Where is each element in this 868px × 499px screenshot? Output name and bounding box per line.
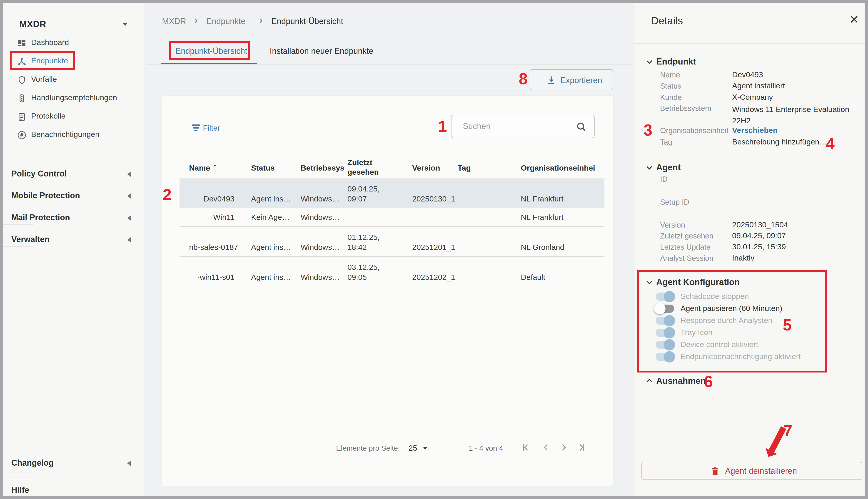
toggle-label: Endpunktbenachrichtigung aktiviert bbox=[680, 352, 801, 361]
sort-ascending-icon[interactable]: ↑ bbox=[213, 162, 217, 171]
divider bbox=[3, 32, 33, 32]
field-value-analyst-session: Inaktiv bbox=[732, 254, 755, 262]
previous-page-icon[interactable] bbox=[541, 442, 551, 452]
sidebar-item-changelog[interactable]: Changelog bbox=[3, 455, 139, 471]
bell-icon bbox=[17, 130, 27, 140]
chevron-right-icon: › bbox=[194, 14, 198, 26]
chevron-down-icon[interactable] bbox=[646, 60, 653, 64]
sidebar-section-mobile-protection[interactable]: Mobile Protection bbox=[3, 187, 139, 204]
sidebar-section-label: Verwalten bbox=[11, 235, 49, 244]
field-value-letztes-update: 30.01.25, 15:39 bbox=[732, 242, 786, 251]
sidebar-section-policy-control[interactable]: Policy Control bbox=[3, 166, 139, 182]
clipboard-icon bbox=[17, 112, 27, 122]
chevron-up-icon[interactable] bbox=[646, 378, 653, 383]
cell-org: NL Frankfurt bbox=[521, 194, 564, 204]
breadcrumb-mxdr[interactable]: MXDR bbox=[162, 16, 186, 26]
sidebar-item-handlungsempfehlungen[interactable]: Handlungsempfehlungen bbox=[3, 89, 139, 107]
field-value-version: 20250130_1504 bbox=[732, 220, 788, 229]
cell-org: NL Grönland bbox=[521, 242, 564, 252]
toggle-tray-icon[interactable] bbox=[655, 329, 674, 337]
column-header-zuletzt-gesehen[interactable]: Zuletzt gesehen bbox=[347, 158, 382, 177]
toggle-schadcode-stoppen[interactable] bbox=[655, 293, 674, 301]
sidebar-section-mail-protection[interactable]: Mail Protection bbox=[3, 210, 139, 226]
dashboard-icon bbox=[17, 38, 27, 48]
chevron-down-icon[interactable] bbox=[123, 23, 128, 26]
table-row-dev0493[interactable]: Dev0493 Agent ins… Windows… 09.04.25, 09… bbox=[180, 179, 604, 208]
toggle-device-control[interactable] bbox=[655, 341, 674, 349]
uninstall-agent-button[interactable]: Agent deinstallieren bbox=[641, 462, 862, 480]
toggle-label: Schadcode stoppen bbox=[680, 292, 749, 301]
add-description-link[interactable]: Beschreibung hinzufügen… bbox=[732, 137, 827, 146]
annotation-arrow-icon bbox=[758, 424, 793, 461]
field-label: ID bbox=[660, 175, 667, 183]
breadcrumb-endpunkte[interactable]: Endpunkte bbox=[206, 16, 245, 26]
annotation-2: 2 bbox=[163, 187, 171, 203]
close-icon[interactable] bbox=[849, 14, 859, 25]
column-header-status[interactable]: Status bbox=[251, 163, 275, 173]
sidebar-item-label: Hilfe bbox=[11, 485, 29, 495]
cell-os: Windows… bbox=[301, 194, 340, 204]
tab-endpunkt-uebersicht[interactable]: Endpunkt-Übersicht bbox=[176, 46, 247, 56]
column-header-tag[interactable]: Tag bbox=[458, 163, 471, 173]
section-header-ausnahmen[interactable]: Ausnahmen bbox=[656, 376, 706, 386]
verschieben-link[interactable]: Verschieben bbox=[732, 126, 777, 135]
field-label: Letztes Update bbox=[660, 243, 711, 252]
field-value-name: Dev0493 bbox=[732, 70, 763, 79]
sidebar-item-dashboard[interactable]: Dashboard bbox=[3, 34, 139, 52]
toggle-agent-pausieren[interactable] bbox=[655, 305, 674, 313]
cell-status: Agent ins… bbox=[251, 272, 291, 282]
search-input[interactable] bbox=[462, 117, 570, 136]
sidebar-item-benachrichtigungen[interactable]: Benachrichtigungen bbox=[3, 126, 139, 144]
chevron-left-icon bbox=[127, 216, 131, 221]
sidebar-item-vorfaelle[interactable]: Vorfälle bbox=[3, 71, 139, 89]
dropdown-arrow-icon[interactable] bbox=[423, 447, 427, 450]
cell-version: 20251201_1 bbox=[412, 242, 455, 252]
next-page-icon[interactable] bbox=[558, 442, 568, 452]
mxdr-console-screenshot: MXDR Dashboard Endpunkte Vorfälle Handlu… bbox=[0, 0, 868, 499]
cell-last-seen-time: 18:42 bbox=[347, 242, 367, 252]
search-icon[interactable] bbox=[576, 122, 587, 132]
toggle-response-durch-analysten[interactable] bbox=[655, 317, 674, 325]
cell-last-seen-date: 01.12.25, bbox=[347, 232, 380, 242]
endpoints-network-icon bbox=[17, 57, 27, 66]
column-header-name[interactable]: Name bbox=[189, 163, 210, 173]
column-header-version[interactable]: Version bbox=[412, 163, 440, 173]
sidebar-item-endpunkte[interactable]: Endpunkte bbox=[3, 52, 139, 71]
cell-version: 20250130_1 bbox=[412, 194, 455, 204]
breadcrumb-current: Endpunkt-Übersicht bbox=[271, 16, 343, 26]
sidebar-item-label: Vorfälle bbox=[31, 75, 57, 84]
tab-installation-neuer-endpunkte[interactable]: Installation neuer Endpunkte bbox=[270, 46, 373, 56]
table-row-win11-s01[interactable]: ·win11-s01 Agent ins… Windows… 03.12.25,… bbox=[180, 257, 604, 286]
field-label: Analyst Session bbox=[660, 254, 713, 263]
cell-os: Windows… bbox=[301, 272, 340, 282]
section-header-agent[interactable]: Agent bbox=[656, 163, 681, 172]
section-header-endpunkt[interactable]: Endpunkt bbox=[656, 57, 696, 66]
filter-button[interactable]: Filter bbox=[192, 123, 238, 134]
sidebar-section-verwalten[interactable]: Verwalten bbox=[3, 231, 139, 247]
last-page-icon[interactable] bbox=[576, 442, 586, 452]
divider bbox=[3, 224, 33, 225]
field-label: Betriebssystem bbox=[660, 104, 711, 113]
toggle-endpunktbenachrichtigung[interactable] bbox=[655, 353, 674, 361]
divider bbox=[3, 246, 33, 247]
sidebar-section-label: Policy Control bbox=[11, 169, 67, 179]
chevron-down-icon[interactable] bbox=[646, 280, 653, 285]
divider bbox=[3, 203, 33, 203]
column-header-organisationseinheit[interactable]: Organisationseinhei bbox=[521, 163, 595, 173]
cell-last-seen-date: 09.04.25, bbox=[347, 184, 380, 194]
export-button-label: Exportieren bbox=[560, 76, 602, 85]
sidebar-item-protokolle[interactable]: Protokolle bbox=[3, 107, 139, 126]
table-row-nb-sales-0187[interactable]: nb-sales-0187 Agent ins… Windows… 01.12.… bbox=[180, 227, 604, 256]
section-header-agent-konfiguration[interactable]: Agent Konfiguration bbox=[656, 277, 740, 287]
field-label: Organisationseinheit bbox=[660, 126, 728, 135]
export-button[interactable]: Exportieren bbox=[530, 69, 613, 90]
annotation-4: 4 bbox=[826, 136, 835, 152]
chevron-down-icon[interactable] bbox=[646, 165, 653, 170]
toggle-label: Device control aktiviert bbox=[680, 340, 758, 349]
items-per-page-value[interactable]: 25 bbox=[409, 443, 417, 453]
cell-name: ·Win11 bbox=[189, 212, 234, 222]
column-header-betriebssystem[interactable]: Betriebssys bbox=[301, 163, 345, 173]
sidebar-section-label: Mobile Protection bbox=[11, 191, 80, 200]
first-page-icon[interactable] bbox=[522, 442, 532, 452]
table-row-win11[interactable]: ·Win11 Kein Age… Windows… NL Frankfurt bbox=[180, 208, 604, 226]
